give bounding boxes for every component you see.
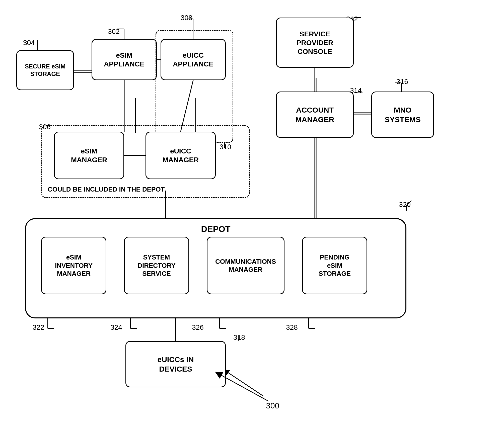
esim-inventory-manager-box: eSIM INVENTORY MANAGER xyxy=(41,237,106,294)
ref-310-label: 310 xyxy=(220,143,231,151)
ref-318-label: 318 xyxy=(233,333,245,341)
esim-manager-box: eSIM MANAGER xyxy=(54,132,124,179)
svg-line-48 xyxy=(218,374,268,401)
secure-esim-storage-box: SECURE eSIM STORAGE xyxy=(16,50,74,90)
communications-manager-box: COMMUNICATIONS MANAGER xyxy=(207,237,284,294)
depot-box: DEPOT eSIM INVENTORY MANAGER SYSTEM DIRE… xyxy=(25,218,406,318)
pending-esim-storage-box: PENDING eSIM STORAGE xyxy=(302,237,367,294)
system-directory-service-box: SYSTEM DIRECTORY SERVICE xyxy=(124,237,189,294)
ref-300-label: 300 xyxy=(266,401,279,410)
ref-308-label: 308 xyxy=(181,14,192,22)
ref-328-label: 328 xyxy=(286,323,298,331)
depot-label: DEPOT xyxy=(201,224,230,234)
ref-304-label: 304 xyxy=(23,39,35,47)
could-be-included-text: COULD BE INCLUDED IN THE DEPOT xyxy=(48,186,165,193)
overlay-lines xyxy=(0,0,504,430)
connector-lines xyxy=(0,0,504,430)
account-manager-box: ACCOUNT MANAGER xyxy=(276,92,354,138)
mno-systems-box: MNO SYSTEMS xyxy=(371,92,434,138)
ref-302-label: 302 xyxy=(108,28,120,36)
svg-line-10 xyxy=(226,371,263,396)
diagram: 304 SECURE eSIM STORAGE 304 302 eSIM APP… xyxy=(0,0,504,430)
esim-appliance-box: eSIM APPLIANCE xyxy=(92,39,157,80)
service-provider-console-box: SERVICE PROVIDER CONSOLE xyxy=(276,18,354,68)
ref-320-label: 320 xyxy=(399,201,411,209)
ref-316-label: 316 xyxy=(396,78,408,86)
euicc-manager-box: eUICC MANAGER xyxy=(146,132,216,179)
ref-322-label: 322 xyxy=(33,323,44,331)
euiccs-in-devices-box: eUICCs IN DEVICES xyxy=(125,341,226,387)
ref-324-label: 324 xyxy=(110,323,122,331)
ref-326-label: 326 xyxy=(192,323,204,331)
